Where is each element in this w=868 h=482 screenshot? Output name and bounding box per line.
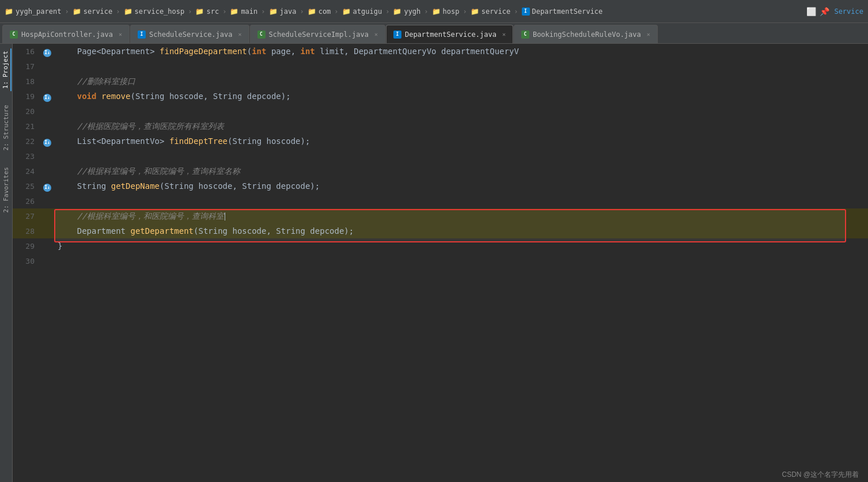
watermark: CSDN @这个名字先用着 xyxy=(772,468,868,482)
sidebar-item-project[interactable]: 1: Project xyxy=(1,48,12,91)
folder-icon-11: 📁 xyxy=(471,7,479,16)
title-actions: ⬜ 📌 xyxy=(806,7,829,16)
line-number: 29 xyxy=(13,238,41,253)
left-sidebar: 1: Project 2: Structure 2: Favorites xyxy=(0,44,13,482)
maximize-icon[interactable]: ⬜ xyxy=(806,7,816,16)
line-content[interactable]: //根据科室编号，和医院编号，查询科室名称 xyxy=(53,164,868,179)
breadcrumb-service2[interactable]: service xyxy=(482,7,511,16)
line-content[interactable]: //根据科室编号，和医院编号，查询科室 xyxy=(53,208,868,223)
line-content[interactable]: String getDepName(String hoscode, String… xyxy=(53,179,868,193)
tab-close-hosp-api[interactable]: ✕ xyxy=(119,31,122,37)
line-number: 21 xyxy=(13,119,41,134)
folder-icon-2: 📁 xyxy=(73,7,81,16)
line-gutter xyxy=(41,149,53,164)
code-scroll-area[interactable]: 16 I↓ Page<Department> findPageDepartmen… xyxy=(13,44,868,482)
table-row: 17 xyxy=(13,59,868,74)
class-icon-3: C xyxy=(521,31,529,39)
code-editor[interactable]: 16 I↓ Page<Department> findPageDepartmen… xyxy=(13,44,868,482)
breadcrumb-com[interactable]: com xyxy=(319,7,331,16)
breadcrumb-hosp[interactable]: hosp xyxy=(443,7,460,16)
line-gutter: I↓ xyxy=(41,179,53,193)
table-row: 25 I↓ String getDepName(String hoscode, … xyxy=(13,179,868,193)
table-row: 21 //根据医院编号，查询医院所有科室列表 xyxy=(13,119,868,134)
tab-schedule-svc[interactable]: I ScheduleService.java ✕ xyxy=(130,25,249,43)
class-icon: C xyxy=(10,31,18,39)
line-gutter xyxy=(41,208,53,223)
tab-hosp-api[interactable]: C HospApiController.java ✕ xyxy=(2,25,130,43)
line-content[interactable] xyxy=(53,104,868,119)
table-row: 24 //根据科室编号，和医院编号，查询科室名称 xyxy=(13,164,868,179)
line-gutter xyxy=(41,238,53,253)
line-content[interactable] xyxy=(53,193,868,208)
table-row: 29 } xyxy=(13,238,868,253)
line-gutter xyxy=(41,74,53,89)
class-icon-2: C xyxy=(257,31,266,39)
pin-icon[interactable]: 📌 xyxy=(820,7,829,16)
breadcrumb-department-service[interactable]: DepartmentService xyxy=(532,7,603,16)
sidebar-item-favorites[interactable]: 2: Favorites xyxy=(1,165,11,215)
impl-icon[interactable]: I↓ xyxy=(43,94,51,102)
table-row: 19 I↓ void remove(String hoscode, String… xyxy=(13,89,868,104)
breadcrumb-yygh-parent[interactable]: yygh_parent xyxy=(16,7,61,16)
breadcrumb-java[interactable]: java xyxy=(280,7,297,16)
line-content[interactable]: List<DepartmentVo> findDeptTree(String h… xyxy=(53,134,868,149)
table-row: 26 xyxy=(13,193,868,208)
line-content[interactable] xyxy=(53,59,868,74)
line-number: 30 xyxy=(13,253,41,268)
breadcrumb-service-hosp[interactable]: service_hosp xyxy=(135,7,185,16)
line-gutter: I↓ xyxy=(41,89,53,104)
breadcrumb-yygh[interactable]: yygh xyxy=(404,7,420,16)
line-content[interactable] xyxy=(53,253,868,268)
interface-icon-tab: I xyxy=(138,31,146,39)
folder-icon-3: 📁 xyxy=(124,7,132,16)
tab-booking-rule[interactable]: C BookingScheduleRuleVo.java ✕ xyxy=(514,25,658,43)
title-bar: 📁 yygh_parent › 📁 service › 📁 service_ho… xyxy=(0,0,868,23)
code-table: 16 I↓ Page<Department> findPageDepartmen… xyxy=(13,44,868,268)
folder-icon-6: 📁 xyxy=(269,7,278,16)
tab-close-schedule-impl[interactable]: ✕ xyxy=(374,31,378,37)
table-row: 23 xyxy=(13,149,868,164)
line-content[interactable]: } xyxy=(53,238,868,253)
line-content[interactable]: Page<Department> findPageDepartment(int … xyxy=(53,44,868,59)
line-gutter xyxy=(41,223,53,238)
watermark-text: CSDN @这个名字先用着 xyxy=(782,470,859,479)
line-gutter xyxy=(41,104,53,119)
tab-label-schedule-impl: ScheduleServiceImpl.java xyxy=(269,31,369,39)
table-row: 20 xyxy=(13,104,868,119)
main-layout: 1: Project 2: Structure 2: Favorites 16 … xyxy=(0,44,868,482)
line-gutter xyxy=(41,119,53,134)
breadcrumb-atguigu[interactable]: atguigu xyxy=(353,7,382,16)
breadcrumb-service[interactable]: service xyxy=(84,7,113,16)
table-row: 18 //删除科室接口 xyxy=(13,74,868,89)
line-content[interactable]: //删除科室接口 xyxy=(53,74,868,89)
table-row: 22 I↓ List<DepartmentVo> findDeptTree(St… xyxy=(13,134,868,149)
tab-close-dept-svc[interactable]: ✕ xyxy=(502,31,506,37)
line-content[interactable]: void remove(String hoscode, String depco… xyxy=(53,89,868,104)
run-config-label[interactable]: Service xyxy=(834,7,863,16)
folder-icon-5: 📁 xyxy=(230,7,238,16)
line-gutter: I↓ xyxy=(41,44,53,59)
line-gutter: I↓ xyxy=(41,134,53,149)
folder-icon-10: 📁 xyxy=(432,7,441,16)
impl-icon[interactable]: I↓ xyxy=(43,184,51,192)
sidebar-item-structure[interactable]: 2: Structure xyxy=(1,103,11,153)
line-content[interactable]: Department getDepartment(String hoscode,… xyxy=(53,223,868,238)
line-number: 26 xyxy=(13,193,41,208)
breadcrumb-main[interactable]: main xyxy=(241,7,257,16)
tab-close-schedule-svc[interactable]: ✕ xyxy=(238,31,241,37)
tab-department-svc[interactable]: I DepartmentService.java ✕ xyxy=(386,25,513,43)
line-number: 16 xyxy=(13,44,41,59)
line-gutter xyxy=(41,164,53,179)
line-number: 25 xyxy=(13,179,41,193)
impl-icon[interactable]: I↓ xyxy=(43,49,51,57)
tab-label-booking-rule: BookingScheduleRuleVo.java xyxy=(533,31,641,39)
line-content[interactable] xyxy=(53,149,868,164)
line-number: 19 xyxy=(13,89,41,104)
folder-icon-7: 📁 xyxy=(308,7,316,16)
impl-icon[interactable]: I↓ xyxy=(43,139,51,147)
folder-icon-4: 📁 xyxy=(195,7,204,16)
breadcrumb-src[interactable]: src xyxy=(206,7,219,16)
tab-close-booking-rule[interactable]: ✕ xyxy=(647,31,650,37)
line-content[interactable]: //根据医院编号，查询医院所有科室列表 xyxy=(53,119,868,134)
tab-schedule-impl[interactable]: C ScheduleServiceImpl.java ✕ xyxy=(250,25,385,43)
